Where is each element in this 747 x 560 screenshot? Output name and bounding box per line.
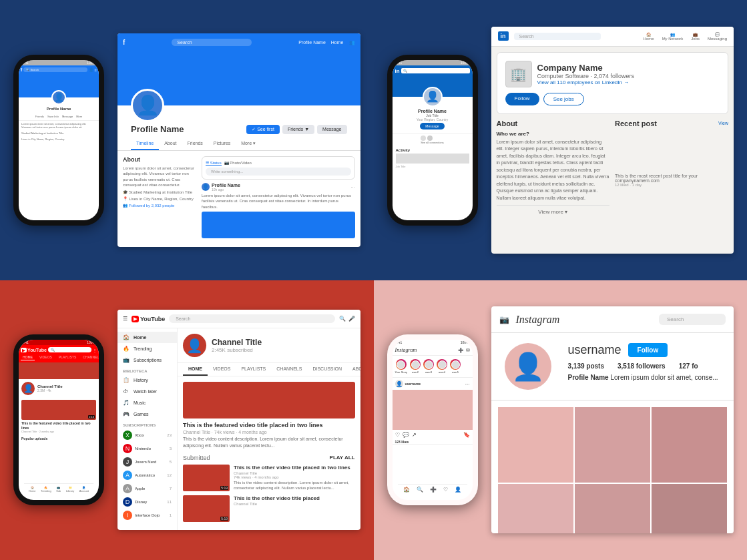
fb-btn-see-first[interactable]: ✓ See first xyxy=(246,125,280,134)
ig-add-icon[interactable]: ➕ xyxy=(458,348,464,353)
ig-post-1-more-icon[interactable]: ··· xyxy=(465,381,470,387)
ig-grid-item-4[interactable] xyxy=(498,484,573,533)
yt-ch-tab-videos[interactable]: VIDEOS xyxy=(208,363,236,376)
ig-grid-item-3[interactable] xyxy=(652,407,727,483)
yt-sub-nintendo[interactable]: N Nintendo 3 xyxy=(117,442,177,455)
ig-post-1-image[interactable] xyxy=(393,390,473,430)
yt-tab-playlists[interactable]: PLAYLISTS xyxy=(57,354,78,360)
ig-nav-search-icon[interactable]: 🔍 xyxy=(417,487,423,493)
yt-play-all-button[interactable]: PLAY ALL xyxy=(330,455,355,461)
ig-nav-heart-icon[interactable]: ♡ xyxy=(443,487,448,493)
li-recent-view-link[interactable]: View xyxy=(718,121,728,125)
fb-nav-home[interactable]: Home xyxy=(331,40,344,45)
li-see-jobs-button[interactable]: See jobs xyxy=(543,93,584,105)
yt-sidebar-home[interactable]: 🏠 Home xyxy=(117,332,177,343)
fb-tab-about[interactable]: About xyxy=(159,137,182,150)
yt-nav-trending[interactable]: 🔥Trending xyxy=(41,486,51,493)
yt-tab-videos[interactable]: VIDEOS xyxy=(37,354,54,360)
ig-story-5[interactable]: user5 xyxy=(450,359,461,374)
yt-tab-home[interactable]: HOME xyxy=(21,354,35,360)
fb-action-save[interactable]: Save Info xyxy=(47,115,59,118)
yt-video-thumb-2[interactable]: 5:19 xyxy=(183,495,230,522)
li-nav-network[interactable]: 👥My Network xyxy=(662,32,684,41)
ig-story-2[interactable]: user2 xyxy=(410,359,421,374)
company-employees-link[interactable]: View all 110 employees on LinkedIn → xyxy=(537,79,635,85)
ig-bookmark-icon[interactable]: 🔖 xyxy=(463,432,470,438)
yt-ch-tab-channels[interactable]: CHANNELS xyxy=(271,363,307,376)
yt-sub-disney[interactable]: D Disney 11 xyxy=(117,495,177,509)
yt-mobile-search[interactable]: 🔍 xyxy=(48,347,91,352)
yt-tab-channels[interactable]: CHANNELS xyxy=(81,354,99,360)
fb-status-tab-status[interactable]: ☰ Status xyxy=(206,160,222,166)
ig-nav-profile-icon[interactable]: 👤 xyxy=(455,487,461,493)
yt-video-thumb-1[interactable]: 5:19 xyxy=(183,465,230,491)
fb-btn-message[interactable]: Message xyxy=(317,125,346,134)
ig-comment-icon[interactable]: 💬 xyxy=(403,432,409,438)
ig-desk-follow-button[interactable]: Follow xyxy=(628,343,668,357)
ig-grid-item-6[interactable] xyxy=(652,484,727,533)
fb-tab-friends[interactable]: Friends xyxy=(182,137,208,150)
yt-ch-tab-playlists[interactable]: PLAYLISTS xyxy=(236,363,271,376)
yt-sub-jovem-nerd[interactable]: J Jovem Nerd 5 xyxy=(117,455,177,469)
ig-story-1[interactable]: Your Story xyxy=(395,359,408,374)
ig-nav-home-icon[interactable]: 🏠 xyxy=(403,487,410,493)
fb-nav-profile[interactable]: Profile Name xyxy=(298,40,325,45)
li-view-more[interactable]: View more ▾ xyxy=(497,205,610,218)
ig-story-3[interactable]: user3 xyxy=(423,359,434,374)
fb-post-name[interactable]: Profile Name xyxy=(212,183,240,188)
yt-mobile-video-thumb[interactable]: 2:10 xyxy=(21,400,96,420)
fb-action-message[interactable]: Message xyxy=(62,115,73,118)
ig-share-icon[interactable]: ↗ xyxy=(412,432,417,438)
yt-sub-xbox[interactable]: X Xbox 23 xyxy=(117,429,177,442)
yt-desk-search-input[interactable]: Search xyxy=(169,314,334,323)
fb-post-more[interactable]: ··· xyxy=(351,185,355,190)
fb-tab-more[interactable]: More ▾ xyxy=(236,137,261,150)
yt-ch-tab-about[interactable]: ABOUT xyxy=(347,363,360,376)
fb-status-tab-photo[interactable]: 📷 Photo/Video xyxy=(224,160,252,166)
yt-sidebar-subscriptions[interactable]: 📺 Subscriptions xyxy=(117,354,177,366)
ig-story-4[interactable]: user4 xyxy=(437,359,447,374)
ig-grid-item-1[interactable] xyxy=(498,407,573,483)
li-follow-button[interactable]: Follow xyxy=(505,93,539,105)
yt-sub-interface-dojo[interactable]: I Interface Dojo 1 xyxy=(117,509,177,522)
li-desk-search[interactable]: Search xyxy=(514,33,601,40)
ig-dm-icon[interactable]: ✉ xyxy=(466,348,470,353)
linkedin-mobile-search[interactable]: 🔍 xyxy=(401,68,470,73)
ig-like-icon[interactable]: ♡ xyxy=(395,432,400,438)
fb-btn-friends[interactable]: Friends ▼ xyxy=(282,125,314,134)
yt-ch-tab-home[interactable]: HOME xyxy=(183,363,208,376)
yt-sub-automatico[interactable]: A Automático 12 xyxy=(117,469,177,482)
fb-action-more[interactable]: More xyxy=(76,115,82,118)
yt-nav-home[interactable]: 🏠Home xyxy=(29,486,36,493)
yt-sidebar-music[interactable]: 🎵 Music xyxy=(117,397,177,408)
yt-sidebar-history[interactable]: 📋 History xyxy=(117,374,177,386)
yt-mobile-more-icon[interactable]: ⋮ xyxy=(93,348,97,352)
yt-sub-apple[interactable]: A Apple 7 xyxy=(117,482,177,495)
yt-sidebar-watch-later[interactable]: ⏱ Watch later xyxy=(117,386,177,397)
ig-nav-add-icon[interactable]: ➕ xyxy=(430,487,437,493)
yt-featured-thumb[interactable] xyxy=(183,382,355,418)
yt-sidebar-trending[interactable]: 🔥 Trending xyxy=(117,343,177,354)
yt-nav-account[interactable]: 👤Account xyxy=(79,486,89,493)
li-nav-messaging[interactable]: 💬Messaging xyxy=(708,32,727,41)
yt-mic-icon[interactable]: 🎤 xyxy=(348,316,355,322)
yt-sidebar-games[interactable]: 🎮 Games xyxy=(117,408,177,420)
fb-desktop-search[interactable]: Search xyxy=(172,39,252,46)
ig-grid-item-2[interactable] xyxy=(575,407,650,483)
yt-hamburger-icon[interactable]: ☰ xyxy=(123,316,128,322)
li-nav-home[interactable]: 🏠Home xyxy=(644,32,654,41)
fb-mobile-search[interactable]: 🔍 Search xyxy=(23,67,87,72)
ig-grid-item-5[interactable] xyxy=(575,484,650,533)
fb-action-friends[interactable]: Friends xyxy=(35,115,44,118)
yt-nav-subscriptions[interactable]: 📺Sub xyxy=(56,486,61,493)
linkedin-message-button[interactable]: Message xyxy=(420,123,444,129)
fb-tab-timeline[interactable]: Timeline xyxy=(131,137,159,150)
yt-nav-library[interactable]: 📁Library xyxy=(66,486,74,493)
ig-desk-search-input[interactable]: Search xyxy=(659,314,726,325)
fb-status-input[interactable]: Write something... xyxy=(206,168,351,176)
yt-search-icon[interactable]: 🔍 xyxy=(339,316,346,322)
li-nav-jobs[interactable]: 💼Jobs xyxy=(691,32,700,41)
ig-post-1-username[interactable]: username xyxy=(405,382,421,386)
fb-tab-pictures[interactable]: Pictures xyxy=(208,137,236,150)
yt-ch-tab-discussion[interactable]: DISCUSSION xyxy=(307,363,347,376)
